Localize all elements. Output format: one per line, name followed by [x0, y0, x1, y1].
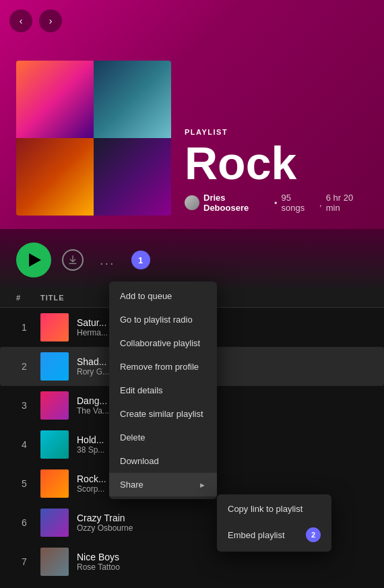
track-number: 1: [16, 322, 32, 333]
header-background: ‹ › PLAYLIST Rock Dries Deboosere •: [0, 0, 384, 229]
play-button[interactable]: [16, 242, 51, 277]
menu-item-go-to-radio[interactable]: Go to playlist radio: [109, 308, 217, 331]
playlist-owner[interactable]: Dries Deboosere: [203, 193, 270, 213]
menu-item-share[interactable]: Share ►: [109, 473, 217, 496]
menu-item-label: Remove from profile: [120, 362, 199, 372]
track-number: 3: [16, 400, 32, 411]
track-number: 6: [16, 517, 32, 528]
track-number: 5: [16, 478, 32, 489]
track-artist: Rose Tattoo: [77, 562, 368, 572]
track-art: [40, 352, 69, 381]
more-options-button[interactable]: ...: [94, 250, 121, 271]
menu-item-label: Download: [120, 456, 159, 466]
save-button[interactable]: [62, 249, 84, 271]
album-art-grid: [16, 61, 171, 216]
menu-item-edit-details[interactable]: Edit details: [109, 379, 217, 402]
track-art: [40, 548, 69, 576]
menu-item-add-to-queue[interactable]: Add to queue: [109, 284, 217, 308]
playlist-meta: Dries Deboosere • 95 songs , 6 hr 20 min: [185, 193, 368, 213]
menu-item-create-similar[interactable]: Create similar playlist: [109, 402, 217, 426]
track-number: 2: [16, 361, 32, 372]
meta-separator: •: [274, 198, 278, 208]
menu-item-delete[interactable]: Delete: [109, 426, 217, 449]
duration: 6 hr 20 min: [326, 193, 368, 213]
menu-item-label: Go to playlist radio: [120, 315, 193, 325]
track-number: 4: [16, 439, 32, 450]
menu-item-collaborative[interactable]: Collaborative playlist: [109, 331, 217, 355]
col-header-num: #: [16, 294, 40, 302]
album-art-1: [16, 61, 94, 138]
track-art: [40, 391, 69, 420]
album-art-3: [16, 138, 94, 216]
menu-item-label: Share: [120, 480, 143, 490]
submenu-item-embed[interactable]: Embed playlist 2: [217, 521, 331, 549]
menu-item-label: Create similar playlist: [120, 409, 203, 419]
track-art: [40, 430, 69, 459]
menu-item-label: Collaborative playlist: [120, 338, 200, 348]
track-art: [40, 509, 69, 537]
submenu-item-label: Copy link to playlist: [228, 504, 302, 514]
submenu-item-copy-link[interactable]: Copy link to playlist: [217, 497, 331, 521]
track-info: Nice Boys Rose Tattoo: [77, 552, 368, 572]
playlist-info: PLAYLIST Rock Dries Deboosere • 95 songs…: [185, 128, 368, 216]
owner-avatar: [185, 195, 199, 210]
menu-item-label: Edit details: [120, 385, 163, 395]
menu-item-download[interactable]: Download: [109, 449, 217, 473]
menu-item-label: Add to queue: [120, 291, 172, 301]
album-art-4: [94, 138, 171, 216]
share-submenu: Copy link to playlist Embed playlist 2: [217, 494, 331, 552]
menu-item-label: Delete: [120, 432, 146, 443]
submenu-chevron-icon: ►: [199, 481, 206, 489]
badge-1: 1: [131, 251, 150, 269]
badge-2: 2: [306, 527, 321, 542]
playlist-header: PLAYLIST Rock Dries Deboosere • 95 songs…: [0, 7, 384, 229]
track-art: [40, 469, 69, 498]
menu-item-remove-profile[interactable]: Remove from profile: [109, 355, 217, 379]
track-number: 7: [16, 556, 32, 567]
playlist-title: Rock: [185, 140, 368, 186]
song-count: 95 songs: [282, 193, 316, 213]
track-name: Nice Boys: [77, 552, 368, 562]
album-art-2: [94, 61, 171, 138]
play-icon: [29, 253, 41, 267]
track-art: [40, 313, 69, 341]
submenu-item-label: Embed playlist: [228, 530, 285, 540]
playlist-label: PLAYLIST: [185, 128, 368, 136]
context-menu: Add to queue Go to playlist radio Collab…: [109, 282, 217, 499]
meta-comma: ,: [319, 198, 322, 208]
